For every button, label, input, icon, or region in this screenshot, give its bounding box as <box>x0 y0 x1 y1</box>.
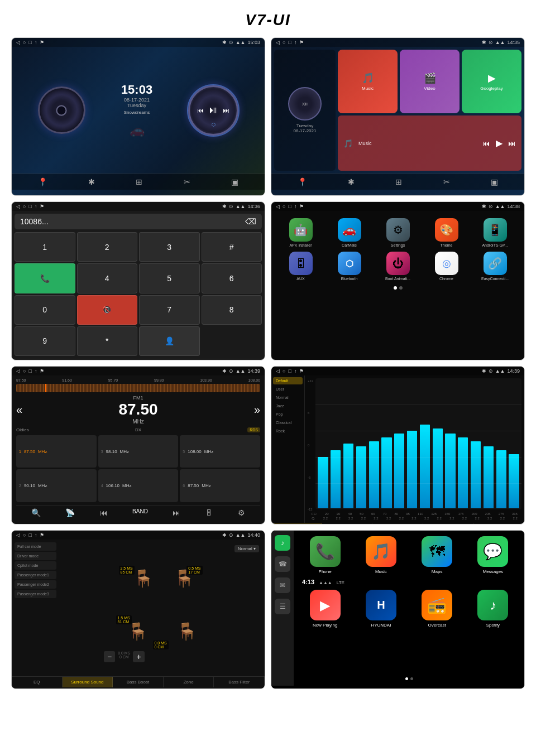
radio-settings[interactable]: ⚙ <box>238 508 245 517</box>
preset-5[interactable]: 5 108.00 MHz <box>180 435 260 468</box>
key-6[interactable]: 6 <box>202 263 262 293</box>
bluetooth-bottom-icon[interactable]: ✱ <box>88 177 95 186</box>
mode-passenger3[interactable]: Passenger mode3 <box>15 590 56 598</box>
app-bluetooth[interactable]: ⬡ Bluetooth <box>327 252 371 281</box>
app-easyconnect[interactable]: 🔗 EasyConnecti... <box>473 252 517 281</box>
app-androits[interactable]: 📱 AndroiTS GP... <box>473 218 517 247</box>
app-music[interactable]: 🎵 Music <box>338 50 398 113</box>
cp-phone[interactable]: 📞 Phone <box>299 536 351 574</box>
key-1[interactable]: 1 <box>15 232 75 262</box>
key-7[interactable]: 7 <box>139 295 200 325</box>
preset-3[interactable]: 3 98.10 MHz <box>98 435 179 468</box>
preset-normal[interactable]: Normal <box>273 394 303 401</box>
tab-eq[interactable]: EQ <box>271 523 322 524</box>
mode-fullcar[interactable]: Full car mode <box>15 542 56 551</box>
cp-nowplaying[interactable]: ▶ Now Playing <box>299 590 351 628</box>
sidebar-icon-2[interactable]: ☎ <box>275 556 290 572</box>
cp-maps[interactable]: 🗺 Maps <box>411 536 463 574</box>
tab-bass-boost[interactable]: Bass Boost <box>372 523 423 524</box>
app-chrome[interactable]: ◎ Chrome <box>424 252 468 281</box>
zone-tab-zone[interactable]: Zone <box>164 677 214 687</box>
minus-btn[interactable]: − <box>104 651 115 662</box>
key-hash[interactable]: # <box>202 232 262 262</box>
prev-station[interactable]: ⏮ <box>100 508 108 517</box>
app-video[interactable]: 🎬 Video <box>400 50 460 113</box>
media-icon-2[interactable]: ▣ <box>491 177 498 186</box>
mode-copilot[interactable]: Cpilot mode <box>15 561 56 570</box>
call-btn[interactable]: 📞 <box>15 263 75 293</box>
zone-tab-bass-filter[interactable]: Bass Filter <box>214 677 265 687</box>
sidebar-icon-3[interactable]: ✉ <box>275 577 290 593</box>
music-player-bar[interactable]: 🎵 Music ⏮ ▶ ⏭ <box>338 115 521 171</box>
app-aux[interactable]: 🎛 AUX <box>279 252 323 281</box>
cp-messages[interactable]: 💬 Messages <box>467 536 519 574</box>
preset-jazz[interactable]: Jazz <box>273 402 303 410</box>
preset-classical[interactable]: Classical <box>273 419 303 426</box>
music-play[interactable]: ▶ <box>496 138 502 148</box>
mode-driver[interactable]: Driver mode <box>15 552 56 560</box>
eq-bar-6[interactable] <box>393 379 406 508</box>
tab-surround[interactable]: Surround Sound <box>322 523 373 524</box>
eq-bar-15[interactable] <box>508 379 520 508</box>
eq-bar-12[interactable] <box>470 379 482 508</box>
zone-tab-eq[interactable]: EQ <box>12 677 63 687</box>
radio-next[interactable]: » <box>254 403 260 416</box>
preset-1[interactable]: 1 87.50 MHz <box>16 435 97 468</box>
eq-bar-14[interactable] <box>495 379 508 508</box>
cp-music[interactable]: 🎵 Music <box>355 536 406 574</box>
apps-icon[interactable]: ⊞ <box>136 177 142 186</box>
scan-icon[interactable]: 📡 <box>65 508 75 517</box>
eq-bar-0[interactable] <box>317 379 329 508</box>
settings-icon-2[interactable]: ✂ <box>443 177 450 186</box>
nav-icon-2[interactable]: 📍 <box>298 177 307 186</box>
eq-bar-3[interactable] <box>355 379 367 508</box>
cp-overcast[interactable]: 📻 Overcast <box>411 590 463 628</box>
music-prev[interactable]: ⏮ <box>482 139 490 148</box>
key-0[interactable]: 0 <box>15 295 75 325</box>
key-9[interactable]: 9 <box>15 326 75 356</box>
key-8[interactable]: 8 <box>202 295 262 325</box>
eq-bar-11[interactable] <box>457 379 470 508</box>
preset-6[interactable]: 6 87.50 MHz <box>180 469 260 502</box>
plus-btn[interactable]: + <box>133 651 144 662</box>
eq-bar-7[interactable] <box>406 379 419 508</box>
bt-icon-2[interactable]: ✱ <box>348 177 355 186</box>
cp-spotify[interactable]: ♪ Spotify <box>467 590 519 628</box>
eq-bar-4[interactable] <box>367 379 380 508</box>
backspace-btn[interactable]: ⌫ <box>245 217 256 226</box>
key-star[interactable]: * <box>77 326 138 356</box>
music-next[interactable]: ⏭ <box>508 139 516 148</box>
app-boot[interactable]: ⏻ Boot Animati... <box>376 252 420 281</box>
radio-prev[interactable]: « <box>16 403 22 416</box>
eq-bar-1[interactable] <box>329 379 342 508</box>
eq-bar-9[interactable] <box>431 379 444 508</box>
app-settings[interactable]: ⚙ Settings <box>376 218 420 247</box>
band-btn[interactable]: BAND <box>132 508 148 517</box>
sidebar-icon-1[interactable]: ♪ <box>275 535 290 551</box>
apps-icon-2[interactable]: ⊞ <box>395 177 402 186</box>
mode-passenger1[interactable]: Passenger mode1 <box>15 571 56 579</box>
sidebar-icon-4[interactable]: ☰ <box>275 599 290 614</box>
eq-icon[interactable]: 🎚 <box>205 508 213 517</box>
app-theme[interactable]: 🎨 Theme <box>424 218 468 247</box>
next-station[interactable]: ⏭ <box>173 508 180 517</box>
zone-tab-surround[interactable]: Surround Sound <box>63 677 113 687</box>
mode-passenger2[interactable]: Passenger mode2 <box>15 580 56 589</box>
settings-icon[interactable]: ✂ <box>184 177 190 186</box>
tab-bass-filter[interactable]: Bass Filter <box>473 523 524 524</box>
zone-tab-bass-boost[interactable]: Bass Boost <box>113 677 164 687</box>
app-carmate[interactable]: 🚗 CarMate <box>327 218 371 247</box>
preset-pop[interactable]: Pop <box>273 411 303 418</box>
preset-2[interactable]: 2 90.10 MHz <box>16 469 97 502</box>
preset-4[interactable]: 4 106.10 MHz <box>98 469 179 502</box>
contact-btn[interactable]: 👤 <box>139 326 200 356</box>
key-3[interactable]: 3 <box>139 232 200 262</box>
preset-user[interactable]: User <box>273 386 303 393</box>
app-apk[interactable]: 🤖 APK installer <box>279 218 323 247</box>
eq-bar-2[interactable] <box>342 379 355 508</box>
tab-zone[interactable]: Zone <box>423 523 474 524</box>
search-icon[interactable]: 🔍 <box>31 508 41 517</box>
player-disc[interactable]: ⏮ ⏯ ⏭ ⬡ <box>188 85 238 136</box>
preset-default[interactable]: Default <box>273 377 303 384</box>
preset-rock[interactable]: Rock <box>273 427 303 435</box>
